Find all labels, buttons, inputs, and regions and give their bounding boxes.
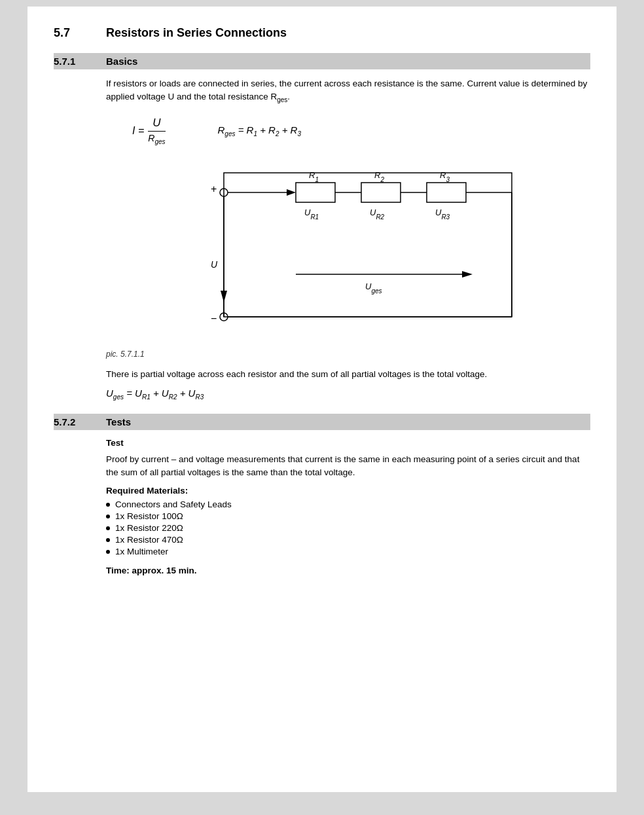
svg-rect-0: [224, 173, 512, 317]
svg-text:−: −: [211, 313, 217, 324]
subsection-572-header: 5.7.2 Tests: [54, 414, 590, 430]
formula-i-equals: I =: [132, 125, 144, 137]
svg-rect-5: [296, 183, 335, 202]
intro-paragraph: If resistors or loads are connected in s…: [106, 77, 590, 105]
svg-text:UR2: UR2: [370, 208, 385, 221]
svg-text:R1: R1: [309, 170, 319, 183]
svg-text:R3: R3: [440, 170, 450, 183]
svg-rect-11: [427, 183, 466, 202]
materials-heading: Required Materials:: [106, 486, 590, 496]
list-item: 1x Multimeter: [106, 547, 590, 556]
material-item-5: 1x Multimeter: [115, 547, 168, 556]
section-57-num: 5.7: [54, 26, 106, 40]
svg-text:UR3: UR3: [435, 208, 450, 221]
materials-list: Connectors and Safety Leads 1x Resistor …: [106, 499, 590, 556]
fraction-denominator: Rges: [148, 133, 165, 145]
fraction-numerator: U: [152, 117, 160, 130]
bullet-icon: [106, 538, 110, 542]
list-item: Connectors and Safety Leads: [106, 499, 590, 509]
bullet-icon: [106, 550, 110, 554]
section-571-content: If resistors or loads are connected in s…: [106, 77, 590, 401]
material-item-3: 1x Resistor 220Ω: [115, 523, 183, 533]
svg-text:U: U: [211, 259, 218, 270]
material-item-2: 1x Resistor 100Ω: [115, 511, 183, 521]
svg-marker-19: [221, 291, 227, 302]
svg-text:Uges: Uges: [365, 281, 382, 295]
bullet-icon: [106, 515, 110, 518]
test-description: Proof by current – and voltage measureme…: [106, 453, 590, 480]
section-57-header: 5.7 Resistors in Series Connections: [54, 26, 590, 40]
subsection-572-num: 5.7.2: [54, 416, 106, 427]
formula-right: Rges = R1 + R2 + R3: [218, 124, 302, 137]
formula-row: I = U Rges Rges = R1 + R2 + R3: [132, 117, 590, 145]
fraction-u-rges: U Rges: [148, 117, 165, 145]
section-57-title: Resistors in Series Connections: [106, 26, 287, 40]
subsection-571-num: 5.7.1: [54, 56, 106, 67]
formula-left: I = U Rges: [132, 117, 166, 145]
svg-text:+: +: [211, 183, 217, 194]
test-heading: Test: [106, 438, 590, 448]
list-item: 1x Resistor 100Ω: [106, 511, 590, 521]
circuit-diagram-container: + R1 R2 R3: [119, 160, 590, 343]
svg-rect-8: [361, 183, 401, 202]
bullet-icon: [106, 526, 110, 530]
subsection-571-header: 5.7.1 Basics: [54, 53, 590, 69]
page: 5.7 Resistors in Series Connections 5.7.…: [27, 7, 617, 792]
svg-marker-25: [462, 271, 473, 278]
subsection-571-title: Basics: [106, 56, 137, 67]
material-item-4: 1x Resistor 470Ω: [115, 535, 183, 545]
list-item: 1x Resistor 220Ω: [106, 523, 590, 533]
material-item-1: Connectors and Safety Leads: [115, 499, 232, 509]
svg-text:UR1: UR1: [304, 208, 319, 221]
circuit-diagram: + R1 R2 R3: [171, 160, 538, 343]
svg-marker-4: [287, 189, 296, 196]
time-text: Time: approx. 15 min.: [106, 566, 590, 575]
fraction-bar: [148, 131, 165, 132]
svg-text:R2: R2: [374, 170, 384, 183]
partial-voltage-text: There is partial voltage across each res…: [106, 368, 590, 381]
pic-label: pic. 5.7.1.1: [106, 350, 590, 359]
uges-formula-line: Uges = UR1 + UR2 + UR3: [106, 388, 590, 401]
list-item: 1x Resistor 470Ω: [106, 535, 590, 545]
section-572-content: Test Proof by current – and voltage meas…: [106, 438, 590, 576]
bullet-icon: [106, 503, 110, 507]
subsection-572-title: Tests: [106, 416, 131, 427]
